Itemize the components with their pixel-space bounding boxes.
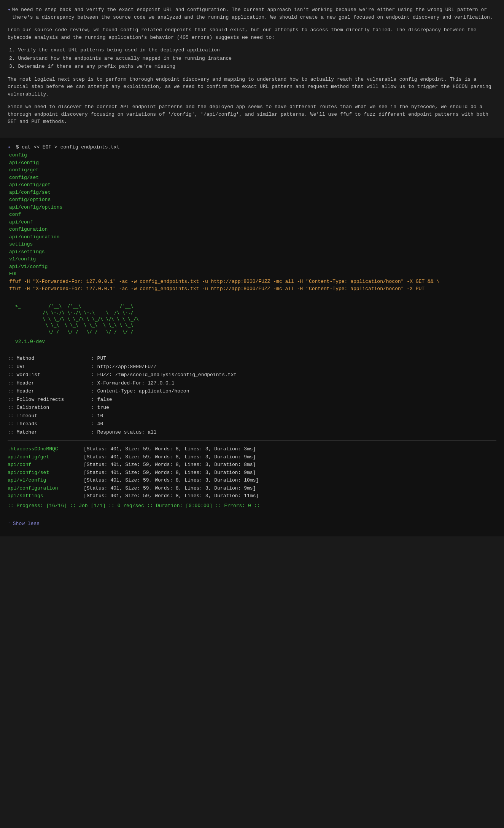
result-value-7: [Status: 401, Size: 59, Words: 8, Lines:… (84, 492, 259, 500)
analysis-block: ✦ We need to step back and verify the ex… (0, 0, 504, 137)
analysis-paragraph-4: Since we need to discover the correct AP… (8, 103, 496, 126)
analysis-paragraph-2: From our source code review, we found co… (8, 26, 496, 41)
result-key-1: .htaccessCDncMNQC (8, 445, 84, 453)
star-icon: ✦ (8, 6, 11, 21)
header2-label: :: Header (8, 388, 91, 395)
result-key-5: api/v1/config (8, 477, 84, 484)
config-row-wordlist: :: Wordlist : FUZZ: /tmp/scoold_analysis… (8, 371, 496, 379)
main-container: ✦ We need to step back and verify the ex… (0, 0, 504, 536)
ffuf-progress: :: Progress: [16/16] :: Job [1/1] :: 0 r… (8, 502, 496, 510)
analysis-text-2: From our source code review, we found co… (8, 27, 477, 40)
endpoint-api-conf: api/conf (8, 219, 496, 226)
result-key-7: api/settings (8, 492, 84, 500)
show-less-arrow-icon: ↑ (8, 520, 11, 528)
result-key-6: api/configuration (8, 485, 84, 492)
endpoint-settings: settings (8, 241, 496, 248)
result-value-3: [Status: 401, Size: 59, Words: 8, Lines:… (84, 461, 256, 469)
list-item-1: 1. Verify the exact URL patterns being u… (9, 46, 496, 54)
separator-1 (8, 350, 496, 350)
endpoint-api-settings: api/settings (8, 248, 496, 256)
list-item-3: 3. Determine if there are any prefix pat… (9, 63, 496, 70)
result-value-6: [Status: 401, Size: 59, Words: 8, Lines:… (84, 485, 256, 492)
analysis-text-1: We need to step back and verify the exac… (12, 6, 496, 21)
config-row-url: :: URL : http://app:8000/FUZZ (8, 363, 496, 371)
separator-2 (8, 440, 496, 441)
header1-label: :: Header (8, 380, 91, 387)
threads-value: : 40 (91, 420, 103, 428)
matcher-value: : Response status: all (91, 429, 157, 436)
endpoint-api-config-options: api/config/options (8, 204, 496, 211)
calibration-label: :: Calibration (8, 404, 91, 412)
terminal-prompt: ✦ $ cat << EOF > config_endpoints.txt (8, 144, 496, 151)
timeout-value: : 10 (91, 412, 103, 420)
analysis-paragraph-3: The most logical next step is to perform… (8, 76, 496, 98)
config-row-method: :: Method : PUT (8, 355, 496, 362)
config-row-follow: :: Follow redirects : false (8, 396, 496, 404)
config-row-header2: :: Header : Content-Type: application/ho… (8, 388, 496, 395)
url-value: : http://app:8000/FUZZ (91, 363, 157, 371)
url-label: :: URL (8, 363, 91, 371)
result-key-4: api/config/set (8, 469, 84, 477)
endpoint-api-config-set: api/config/set (8, 189, 496, 196)
timeout-label: :: Timeout (8, 412, 91, 420)
result-value-5: [Status: 401, Size: 59, Words: 8, Lines:… (84, 477, 259, 484)
config-row-timeout: :: Timeout : 10 (8, 412, 496, 420)
ffuf-command-2: ffuf -H "X-Forwarded-For: 127.0.0.1" -ac… (8, 285, 496, 293)
show-less-button[interactable]: ↑ Show less (8, 517, 40, 531)
endpoint-v1-config: v1/config (8, 255, 496, 263)
follow-label: :: Follow redirects (8, 396, 91, 404)
endpoint-api-configuration: api/configuration (8, 233, 496, 241)
config-row-threads: :: Threads : 40 (8, 420, 496, 428)
header2-value: : Content-Type: application/hocon (91, 388, 189, 395)
result-row-3: api/conf [Status: 401, Size: 59, Words: … (8, 461, 496, 469)
config-row-matcher: :: Matcher : Response status: all (8, 429, 496, 436)
result-row-7: api/settings [Status: 401, Size: 59, Wor… (8, 492, 496, 500)
result-row-4: api/config/set [Status: 401, Size: 59, W… (8, 469, 496, 477)
wordlist-value: : FUZZ: /tmp/scoold_analysis/config_endp… (91, 371, 237, 379)
endpoint-api-config-get: api/config/get (8, 181, 496, 189)
analysis-paragraph-1: ✦ We need to step back and verify the ex… (8, 6, 496, 21)
endpoint-config-set: config/set (8, 174, 496, 182)
result-value-1: [Status: 401, Size: 59, Words: 8, Lines:… (84, 445, 256, 453)
result-row-5: api/v1/config [Status: 401, Size: 59, Wo… (8, 477, 496, 484)
result-row-2: api/config/get [Status: 401, Size: 59, W… (8, 453, 496, 461)
matcher-label: :: Matcher (8, 429, 91, 436)
terminal-block: ✦ $ cat << EOF > config_endpoints.txt co… (0, 137, 504, 537)
endpoint-configuration: configuration (8, 226, 496, 233)
result-row-6: api/configuration [Status: 401, Size: 59… (8, 485, 496, 492)
endpoint-api-v1-config: api/v1/config (8, 263, 496, 271)
config-row-header1: :: Header : X-Forwarded-For: 127.0.0.1 (8, 380, 496, 387)
threads-label: :: Threads (8, 420, 91, 428)
endpoint-conf: conf (8, 211, 496, 219)
wordlist-label: :: Wordlist (8, 371, 91, 379)
eof-marker: EOF (8, 270, 496, 278)
prompt-icon: ✦ (8, 144, 11, 150)
result-key-3: api/conf (8, 461, 84, 469)
calibration-value: : true (91, 404, 109, 412)
method-label: :: Method (8, 355, 91, 362)
ffuf-results: .htaccessCDncMNQC [Status: 401, Size: 59… (8, 445, 496, 509)
endpoint-config-get: config/get (8, 166, 496, 174)
endpoint-config-options: config/options (8, 196, 496, 204)
analysis-text-4: Since we need to discover the correct AP… (8, 104, 488, 124)
config-row-calibration: :: Calibration : true (8, 404, 496, 412)
numbered-list: 1. Verify the exact URL patterns being u… (8, 46, 496, 70)
endpoint-api-config: api/config (8, 159, 496, 167)
endpoint-config: config (8, 152, 496, 159)
analysis-text-3: The most logical next step is to perform… (8, 77, 491, 97)
list-item-2: 2. Understand how the endpoints are actu… (9, 55, 496, 62)
method-value: : PUT (91, 355, 106, 362)
header1-value: : X-Forwarded-For: 127.0.0.1 (91, 380, 174, 387)
follow-value: : false (91, 396, 112, 404)
result-key-2: api/config/get (8, 453, 84, 461)
ffuf-command-1: ffuf -H "X-Forwarded-For: 127.0.0.1" -ac… (8, 278, 496, 286)
cat-command: $ cat << EOF > config_endpoints.txt (16, 144, 120, 150)
result-row-1: .htaccessCDncMNQC [Status: 401, Size: 59… (8, 445, 496, 453)
endpoint-list: config api/config config/get config/set … (8, 152, 496, 270)
ffuf-config-table: :: Method : PUT :: URL : http://app:8000… (8, 355, 496, 436)
ffuf-version: v2.1.0-dev (15, 338, 496, 346)
show-less-label: Show less (13, 520, 40, 528)
ffuf-ascii-art: >_ /'__\ /'__\ /'__\ /\ \-./\ \-./\ \-.\… (15, 303, 496, 335)
result-value-4: [Status: 401, Size: 59, Words: 8, Lines:… (84, 469, 256, 477)
result-value-2: [Status: 401, Size: 59, Words: 8, Lines:… (84, 453, 256, 461)
